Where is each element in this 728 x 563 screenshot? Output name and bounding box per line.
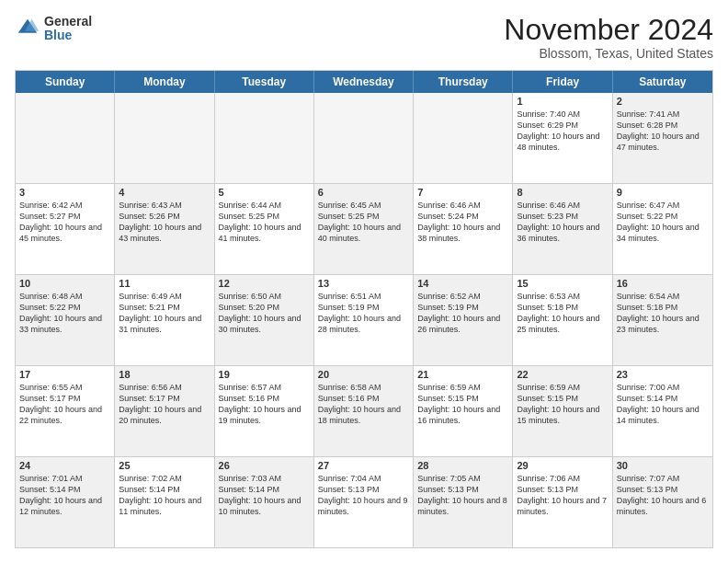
- cell-info: Sunrise: 6:54 AM Sunset: 5:18 PM Dayligh…: [617, 291, 709, 336]
- day-number: 17: [19, 369, 110, 380]
- day-number: 27: [318, 460, 409, 471]
- header: General Blue November 2024 Blossom, Texa…: [15, 15, 713, 61]
- day-number: 14: [417, 278, 508, 289]
- day-number: 7: [417, 187, 508, 198]
- calendar-cell: [215, 93, 314, 183]
- calendar-cell: 19Sunrise: 6:57 AM Sunset: 5:16 PM Dayli…: [215, 366, 314, 456]
- cell-info: Sunrise: 6:53 AM Sunset: 5:18 PM Dayligh…: [517, 291, 608, 336]
- weekday-header: Thursday: [414, 71, 513, 93]
- calendar: SundayMondayTuesdayWednesdayThursdayFrid…: [15, 70, 713, 548]
- title-section: November 2024 Blossom, Texas, United Sta…: [504, 15, 713, 61]
- day-number: 12: [219, 278, 310, 289]
- cell-info: Sunrise: 6:46 AM Sunset: 5:24 PM Dayligh…: [417, 200, 508, 245]
- day-number: 11: [119, 278, 210, 289]
- day-number: 20: [318, 369, 409, 380]
- calendar-row: 10Sunrise: 6:48 AM Sunset: 5:22 PM Dayli…: [16, 275, 712, 366]
- page: General Blue November 2024 Blossom, Texa…: [0, 0, 728, 563]
- calendar-cell: 10Sunrise: 6:48 AM Sunset: 5:22 PM Dayli…: [16, 275, 115, 365]
- weekday-header: Monday: [115, 71, 214, 93]
- calendar-cell: 2Sunrise: 7:41 AM Sunset: 6:28 PM Daylig…: [613, 93, 712, 183]
- weekday-header: Sunday: [16, 71, 115, 93]
- calendar-cell: 20Sunrise: 6:58 AM Sunset: 5:16 PM Dayli…: [314, 366, 414, 456]
- calendar-row: 24Sunrise: 7:01 AM Sunset: 5:14 PM Dayli…: [16, 457, 712, 547]
- calendar-cell: [314, 93, 414, 183]
- calendar-row: 3Sunrise: 6:42 AM Sunset: 5:27 PM Daylig…: [16, 184, 712, 275]
- cell-info: Sunrise: 7:07 AM Sunset: 5:13 PM Dayligh…: [617, 473, 709, 518]
- day-number: 26: [219, 460, 310, 471]
- calendar-body: 1Sunrise: 7:40 AM Sunset: 6:29 PM Daylig…: [16, 93, 712, 547]
- cell-info: Sunrise: 7:01 AM Sunset: 5:14 PM Dayligh…: [19, 473, 110, 518]
- calendar-cell: 15Sunrise: 6:53 AM Sunset: 5:18 PM Dayli…: [513, 275, 612, 365]
- cell-info: Sunrise: 6:59 AM Sunset: 5:15 PM Dayligh…: [417, 382, 508, 427]
- calendar-cell: 27Sunrise: 7:04 AM Sunset: 5:13 PM Dayli…: [314, 457, 414, 547]
- cell-info: Sunrise: 7:00 AM Sunset: 5:14 PM Dayligh…: [617, 382, 709, 427]
- calendar-cell: 23Sunrise: 7:00 AM Sunset: 5:14 PM Dayli…: [613, 366, 712, 456]
- logo-icon: [15, 16, 40, 41]
- calendar-header: SundayMondayTuesdayWednesdayThursdayFrid…: [16, 71, 712, 93]
- day-number: 9: [617, 187, 709, 198]
- cell-info: Sunrise: 6:50 AM Sunset: 5:20 PM Dayligh…: [219, 291, 310, 336]
- cell-info: Sunrise: 6:42 AM Sunset: 5:27 PM Dayligh…: [19, 200, 110, 245]
- calendar-cell: 13Sunrise: 6:51 AM Sunset: 5:19 PM Dayli…: [314, 275, 414, 365]
- cell-info: Sunrise: 6:44 AM Sunset: 5:25 PM Dayligh…: [219, 200, 310, 245]
- month-title: November 2024: [504, 15, 713, 44]
- day-number: 19: [219, 369, 310, 380]
- calendar-cell: 16Sunrise: 6:54 AM Sunset: 5:18 PM Dayli…: [613, 275, 712, 365]
- day-number: 3: [19, 187, 110, 198]
- cell-info: Sunrise: 7:05 AM Sunset: 5:13 PM Dayligh…: [417, 473, 508, 518]
- day-number: 6: [318, 187, 409, 198]
- cell-info: Sunrise: 6:49 AM Sunset: 5:21 PM Dayligh…: [119, 291, 210, 336]
- day-number: 13: [318, 278, 409, 289]
- cell-info: Sunrise: 6:59 AM Sunset: 5:15 PM Dayligh…: [517, 382, 608, 427]
- calendar-cell: 8Sunrise: 6:46 AM Sunset: 5:23 PM Daylig…: [513, 184, 612, 274]
- cell-info: Sunrise: 7:40 AM Sunset: 6:29 PM Dayligh…: [517, 109, 608, 154]
- day-number: 25: [119, 460, 210, 471]
- cell-info: Sunrise: 6:55 AM Sunset: 5:17 PM Dayligh…: [19, 382, 110, 427]
- cell-info: Sunrise: 6:47 AM Sunset: 5:22 PM Dayligh…: [617, 200, 709, 245]
- calendar-cell: 25Sunrise: 7:02 AM Sunset: 5:14 PM Dayli…: [115, 457, 214, 547]
- calendar-row: 1Sunrise: 7:40 AM Sunset: 6:29 PM Daylig…: [16, 93, 712, 184]
- day-number: 15: [517, 278, 608, 289]
- cell-info: Sunrise: 6:46 AM Sunset: 5:23 PM Dayligh…: [517, 200, 608, 245]
- calendar-cell: 18Sunrise: 6:56 AM Sunset: 5:17 PM Dayli…: [115, 366, 214, 456]
- calendar-cell: 26Sunrise: 7:03 AM Sunset: 5:14 PM Dayli…: [215, 457, 314, 547]
- day-number: 29: [517, 460, 608, 471]
- day-number: 8: [517, 187, 608, 198]
- day-number: 21: [417, 369, 508, 380]
- logo-text: General Blue: [44, 15, 92, 43]
- calendar-cell: 17Sunrise: 6:55 AM Sunset: 5:17 PM Dayli…: [16, 366, 115, 456]
- location: Blossom, Texas, United States: [504, 46, 713, 61]
- logo-line1: General: [44, 15, 92, 29]
- cell-info: Sunrise: 6:52 AM Sunset: 5:19 PM Dayligh…: [417, 291, 508, 336]
- cell-info: Sunrise: 6:43 AM Sunset: 5:26 PM Dayligh…: [119, 200, 210, 245]
- day-number: 4: [119, 187, 210, 198]
- day-number: 30: [617, 460, 709, 471]
- logo-line2: Blue: [44, 29, 92, 42]
- calendar-cell: 30Sunrise: 7:07 AM Sunset: 5:13 PM Dayli…: [613, 457, 712, 547]
- calendar-cell: [414, 93, 513, 183]
- calendar-cell: 21Sunrise: 6:59 AM Sunset: 5:15 PM Dayli…: [414, 366, 513, 456]
- calendar-cell: 4Sunrise: 6:43 AM Sunset: 5:26 PM Daylig…: [115, 184, 214, 274]
- calendar-cell: 24Sunrise: 7:01 AM Sunset: 5:14 PM Dayli…: [16, 457, 115, 547]
- calendar-cell: 6Sunrise: 6:45 AM Sunset: 5:25 PM Daylig…: [314, 184, 414, 274]
- cell-info: Sunrise: 7:06 AM Sunset: 5:13 PM Dayligh…: [517, 473, 608, 518]
- cell-info: Sunrise: 6:58 AM Sunset: 5:16 PM Dayligh…: [318, 382, 409, 427]
- calendar-cell: 1Sunrise: 7:40 AM Sunset: 6:29 PM Daylig…: [513, 93, 612, 183]
- calendar-cell: 3Sunrise: 6:42 AM Sunset: 5:27 PM Daylig…: [16, 184, 115, 274]
- day-number: 10: [19, 278, 110, 289]
- day-number: 1: [517, 96, 608, 107]
- calendar-cell: 7Sunrise: 6:46 AM Sunset: 5:24 PM Daylig…: [414, 184, 513, 274]
- cell-info: Sunrise: 7:04 AM Sunset: 5:13 PM Dayligh…: [318, 473, 409, 518]
- cell-info: Sunrise: 6:57 AM Sunset: 5:16 PM Dayligh…: [219, 382, 310, 427]
- cell-info: Sunrise: 7:41 AM Sunset: 6:28 PM Dayligh…: [617, 109, 709, 154]
- day-number: 5: [219, 187, 310, 198]
- cell-info: Sunrise: 7:02 AM Sunset: 5:14 PM Dayligh…: [119, 473, 210, 518]
- day-number: 16: [617, 278, 709, 289]
- calendar-cell: 9Sunrise: 6:47 AM Sunset: 5:22 PM Daylig…: [613, 184, 712, 274]
- calendar-cell: 29Sunrise: 7:06 AM Sunset: 5:13 PM Dayli…: [513, 457, 612, 547]
- calendar-cell: [16, 93, 115, 183]
- weekday-header: Saturday: [613, 71, 712, 93]
- calendar-cell: [115, 93, 214, 183]
- day-number: 2: [617, 96, 709, 107]
- cell-info: Sunrise: 6:51 AM Sunset: 5:19 PM Dayligh…: [318, 291, 409, 336]
